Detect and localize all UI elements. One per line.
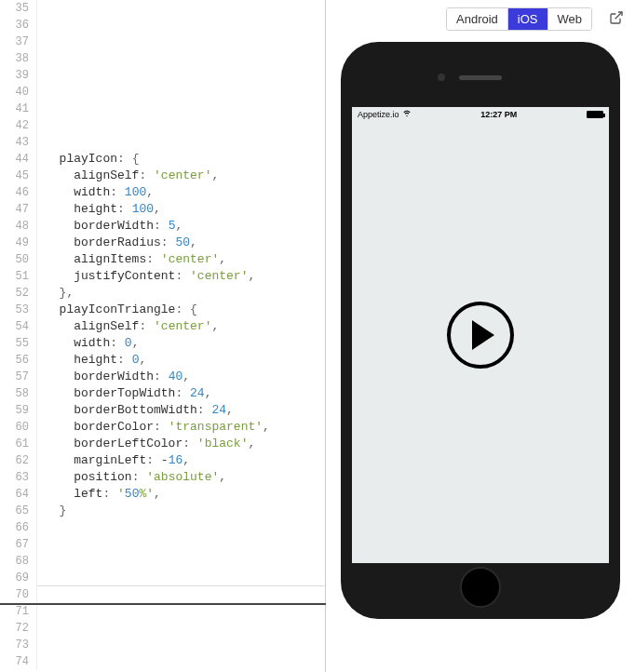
editor-divider bbox=[37, 585, 325, 586]
platform-tabs-row: Android iOS Web bbox=[421, 7, 624, 31]
external-link-icon[interactable] bbox=[609, 10, 624, 29]
status-time: 12:27 PM bbox=[480, 110, 517, 119]
editor-divider-bold bbox=[0, 603, 326, 605]
wifi-icon bbox=[402, 110, 412, 119]
platform-tab-group: Android iOS Web bbox=[446, 7, 592, 31]
code-content[interactable]: playIcon: { alignSelf: 'center', width: … bbox=[37, 0, 325, 670]
play-icon bbox=[472, 320, 494, 350]
tab-web[interactable]: Web bbox=[548, 8, 592, 30]
device-speaker bbox=[459, 75, 502, 80]
code-editor[interactable]: 3536373839404142434445464748495051525354… bbox=[0, 0, 326, 672]
home-button[interactable] bbox=[460, 567, 501, 608]
tab-android[interactable]: Android bbox=[447, 8, 508, 30]
play-button[interactable] bbox=[447, 302, 514, 369]
tab-ios[interactable]: iOS bbox=[508, 8, 548, 30]
carrier-label: Appetize.io bbox=[358, 110, 399, 119]
line-gutter: 3536373839404142434445464748495051525354… bbox=[0, 0, 37, 670]
status-bar: Appetize.io 12:27 PM bbox=[352, 107, 609, 122]
svg-line-0 bbox=[615, 12, 622, 19]
battery-icon bbox=[587, 111, 603, 118]
preview-pane: Android iOS Web Appetize.io 12:2 bbox=[326, 0, 635, 672]
device-camera bbox=[438, 74, 445, 81]
device-screen[interactable]: Appetize.io 12:27 PM bbox=[352, 107, 609, 563]
device-frame: Appetize.io 12:27 PM bbox=[341, 42, 620, 619]
